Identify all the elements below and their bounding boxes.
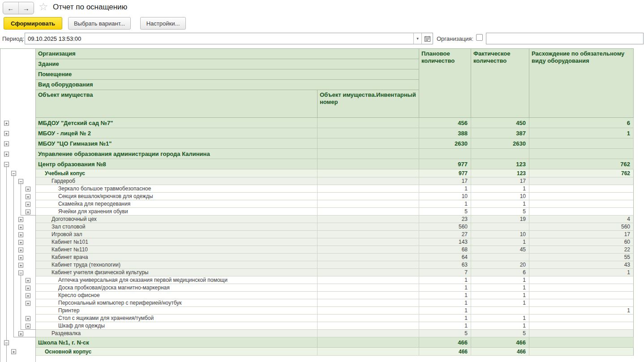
collapse-toggle-icon[interactable]: −	[4, 340, 9, 345]
discrepancy-cell	[529, 138, 634, 149]
chevron-down-icon: ▾	[416, 36, 419, 41]
expand-toggle-icon[interactable]: +	[26, 323, 30, 328]
expand-toggle-icon[interactable]: +	[26, 316, 30, 321]
row-label[interactable]: Кабинет №110	[36, 246, 318, 254]
inventory-cell	[318, 231, 419, 238]
row-label[interactable]: Шкаф для одежды	[36, 322, 318, 330]
row-label[interactable]: Доготовочный цех	[36, 215, 318, 223]
expand-toggle-icon[interactable]: +	[26, 278, 30, 283]
report-table: Организация Здание Помещение Вид оборудо…	[0, 48, 634, 362]
expand-toggle-icon[interactable]: +	[18, 224, 23, 229]
settings-button[interactable]: Настройки...	[140, 17, 186, 30]
expand-toggle-icon[interactable]: +	[26, 285, 30, 290]
row-label[interactable]: МБДОУ "Детский сад №7"	[36, 118, 318, 128]
collapse-toggle-icon[interactable]: −	[11, 171, 16, 176]
collapse-toggle-icon[interactable]: −	[18, 270, 23, 275]
row-label[interactable]: Кабинет учителя физической культуры	[36, 269, 318, 276]
discrepancy-cell: 560	[529, 223, 634, 231]
row-label[interactable]: Стол с ящиками для хранения/тумбой	[36, 315, 318, 322]
expand-toggle-icon[interactable]: +	[4, 121, 9, 125]
row-label[interactable]: Секция вешалок/крючков для одежды	[36, 193, 318, 200]
expand-toggle-icon[interactable]: +	[26, 301, 30, 306]
row-label[interactable]: Ячейки для хранения обуви	[36, 208, 318, 215]
inventory-cell	[318, 292, 419, 299]
organization-checkbox[interactable]	[476, 34, 483, 41]
row-label[interactable]: Доска пробковая/доска магнитно-маркерная	[36, 284, 318, 292]
expand-toggle-icon[interactable]: +	[18, 240, 23, 245]
row-label[interactable]: Кабинет труда (технологии)	[36, 261, 318, 269]
favorite-star-icon[interactable]: ☆	[39, 0, 48, 13]
expand-toggle-icon[interactable]: +	[18, 263, 23, 267]
expand-toggle-icon[interactable]: +	[18, 255, 23, 260]
inventory-cell	[318, 246, 419, 254]
collapse-toggle-icon[interactable]: −	[4, 162, 9, 167]
row-label[interactable]: Принтер	[36, 307, 318, 315]
expand-toggle-icon[interactable]: +	[26, 209, 30, 214]
expand-toggle-icon[interactable]: +	[26, 194, 30, 199]
row-label[interactable]: Скамейка для переодевания	[36, 200, 318, 208]
expand-toggle-icon[interactable]: +	[26, 293, 30, 298]
expand-toggle-icon[interactable]: +	[4, 141, 9, 146]
discrepancy-cell: 43	[529, 261, 634, 269]
inventory-cell	[318, 159, 419, 169]
row-label[interactable]: Персональный компьютер с периферией/ноут…	[36, 299, 318, 307]
row-label[interactable]: Кабинет врача	[36, 254, 318, 261]
tree-cell: +	[0, 223, 36, 231]
collapse-toggle-icon[interactable]: −	[18, 179, 23, 184]
row-label[interactable]: Управление образования администрации гор…	[36, 149, 318, 159]
expand-toggle-icon[interactable]: +	[26, 186, 30, 191]
forward-button[interactable]: →	[18, 2, 34, 14]
row-label[interactable]: Зеркало большое травмобезопасное	[36, 185, 318, 193]
expand-toggle-icon[interactable]: +	[26, 202, 30, 207]
expand-toggle-icon[interactable]: +	[18, 331, 23, 336]
inventory-cell	[318, 348, 419, 356]
row-label[interactable]: Игровой зал	[36, 231, 318, 238]
generate-button[interactable]: Сформировать	[4, 17, 62, 30]
actual-quantity-cell: 1	[471, 200, 529, 208]
organization-input[interactable]	[486, 33, 643, 44]
discrepancy-cell: 762	[529, 159, 634, 169]
inventory-cell	[318, 138, 419, 149]
table-row: +Аптечка универсальная для оказания перв…	[0, 276, 634, 284]
back-button[interactable]: ←	[3, 2, 18, 14]
row-label[interactable]: Раздевалка	[36, 330, 318, 337]
row-label[interactable]: Зал столовой	[36, 223, 318, 231]
expand-toggle-icon[interactable]: +	[11, 349, 16, 354]
actual-quantity-cell: 1	[471, 299, 529, 307]
period-calendar-button[interactable]	[421, 33, 433, 44]
actual-quantity-cell: 1	[471, 238, 529, 246]
table-row: +Кабинет №101143160	[0, 238, 634, 246]
expand-toggle-icon[interactable]: +	[4, 131, 9, 136]
table-row: +Кабинет №110684522	[0, 246, 634, 254]
expand-toggle-icon[interactable]: +	[18, 232, 23, 237]
row-label[interactable]: Центр образования №8	[36, 159, 318, 169]
actual-quantity-cell: 10	[471, 193, 529, 200]
tree-cell: +	[0, 193, 36, 200]
table-row: +Управление образования администрации го…	[0, 149, 634, 159]
table-filler-row	[0, 356, 634, 362]
planned-quantity-cell: 64	[419, 254, 471, 261]
period-dropdown-button[interactable]: ▾	[413, 33, 421, 44]
tree-cell: −	[0, 269, 36, 276]
row-label[interactable]: МБОУ "ЦО Гимназия №1"	[36, 138, 318, 149]
expand-toggle-icon[interactable]: +	[18, 247, 23, 252]
tree-cell: +	[0, 149, 36, 159]
expand-toggle-icon[interactable]: +	[4, 151, 9, 156]
row-label[interactable]: Аптечка универсальная для оказания перво…	[36, 276, 318, 284]
row-label[interactable]: МБОУ - лицей № 2	[36, 128, 318, 138]
row-label[interactable]: Кресло офисное	[36, 292, 318, 299]
report-header: Организация Здание Помещение Вид оборудо…	[0, 48, 634, 118]
row-label[interactable]: Основной корпус	[36, 348, 318, 356]
tree-header-cell	[0, 49, 36, 118]
header-discrepancy: Расхождение по обязательному виду оборуд…	[529, 49, 634, 118]
row-label[interactable]: Учебный копус	[36, 169, 318, 177]
inventory-cell	[318, 254, 419, 261]
row-label[interactable]: Кабинет №101	[36, 238, 318, 246]
planned-quantity-cell: 1	[419, 276, 471, 284]
choose-variant-button[interactable]: Выбрать вариант...	[68, 17, 131, 30]
row-label[interactable]: Гардероб	[36, 177, 318, 185]
row-label[interactable]: Школа №1, г. N-ск	[36, 337, 318, 348]
period-input[interactable]	[25, 33, 413, 44]
expand-toggle-icon[interactable]: +	[18, 217, 23, 222]
actual-quantity-cell	[471, 149, 529, 159]
